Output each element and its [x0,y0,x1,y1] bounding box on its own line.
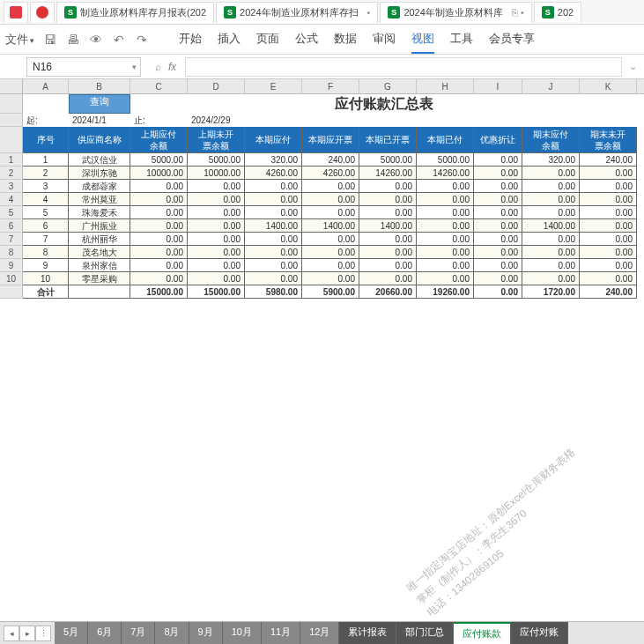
cell[interactable]: 0.00 [359,233,417,246]
cell[interactable]: 3 [23,180,69,193]
cell[interactable]: 6 [23,219,69,233]
cell[interactable]: 14260.00 [359,167,417,180]
ribbon-tab-4[interactable]: 数据 [334,31,357,48]
cell[interactable]: 珠海爱禾 [69,206,130,219]
table-header[interactable]: 上期未开票余额 [188,127,245,153]
cell[interactable] [23,94,69,114]
cell[interactable]: 0.00 [522,233,580,246]
expand-icon[interactable]: ⌄ [622,61,644,72]
row-header[interactable]: 10 [0,272,23,285]
cell[interactable]: 0.00 [474,206,522,219]
cell[interactable]: 0.00 [302,259,359,272]
cell[interactable]: 1400.00 [245,219,302,233]
zoom-icon[interactable]: ⌕ [155,61,161,73]
cell[interactable]: 0.00 [417,206,474,219]
cell[interactable]: 0.00 [417,180,474,193]
cell[interactable]: 0.00 [130,272,188,285]
cell[interactable] [522,114,580,127]
cell[interactable]: 0.00 [188,219,245,233]
ribbon-tab-8[interactable]: 会员专享 [489,31,535,48]
cell[interactable]: 15000.00 [188,285,245,299]
cell[interactable] [245,114,302,127]
cell[interactable]: 0.00 [188,233,245,246]
col-header-C[interactable]: C [130,79,188,93]
cell[interactable]: 0.00 [474,285,522,299]
document-tab-2[interactable]: S2024年制造业原材料库⎘ • [380,2,531,23]
cell[interactable]: 0.00 [417,246,474,259]
sheet-tab-10[interactable]: 应付账款 [454,622,511,644]
cell[interactable]: 0.00 [302,193,359,206]
ribbon-tab-0[interactable]: 开始 [179,31,202,48]
sheet-tab-6[interactable]: 11月 [262,622,300,644]
cell[interactable]: 茂名地大 [69,246,130,259]
undo-icon[interactable]: ↶ [112,33,126,47]
cell[interactable]: 1720.00 [522,285,580,299]
cell[interactable] [359,114,417,127]
cell[interactable]: 0.00 [474,180,522,193]
cell[interactable]: 0.00 [522,206,580,219]
cell[interactable]: 0.00 [302,246,359,259]
table-header[interactable]: 本期已付 [417,127,474,153]
cell[interactable]: 0.00 [359,206,417,219]
table-header[interactable]: 上期应付余额 [130,127,188,153]
document-tab-0[interactable]: S制造业原材料库存月报表(202 [56,2,214,23]
cell[interactable]: 0.00 [130,193,188,206]
cell[interactable] [69,285,130,299]
cell[interactable]: 320.00 [245,153,302,167]
table-header[interactable]: 供应商名称 [69,127,130,153]
ribbon-tab-7[interactable]: 工具 [450,31,473,48]
row-header[interactable]: 2 [0,167,23,180]
row-header[interactable]: 3 [0,180,23,193]
cell[interactable]: 14260.00 [417,167,474,180]
chevron-down-icon[interactable]: ▾ [132,63,137,71]
cell[interactable]: 0.00 [474,259,522,272]
save-icon[interactable]: 🖫 [43,33,57,47]
cell[interactable]: 0.00 [245,246,302,259]
sheet-tab-8[interactable]: 累计报表 [339,622,396,644]
cell[interactable]: 成都蓉家 [69,180,130,193]
cell[interactable]: 10000.00 [188,167,245,180]
cell[interactable]: 0.00 [417,219,474,233]
cell[interactable]: 0.00 [130,180,188,193]
cell[interactable]: 0.00 [302,206,359,219]
sheet-tab-9[interactable]: 部门汇总 [396,622,454,644]
cell[interactable]: 0.00 [130,233,188,246]
cell[interactable]: 0.00 [522,193,580,206]
cell[interactable]: 1400.00 [359,219,417,233]
cell[interactable]: 0.00 [474,167,522,180]
cell[interactable]: 0.00 [130,219,188,233]
col-header-B[interactable]: B [69,79,130,93]
document-tab-1[interactable]: S2024年制造业原材料库存扫• [216,2,378,23]
cell[interactable]: 0.00 [474,233,522,246]
cell[interactable]: 0.00 [580,206,637,219]
col-header-H[interactable]: H [417,79,474,93]
document-tab-3[interactable]: S202 [534,2,581,22]
cell[interactable]: 5000.00 [188,153,245,167]
row-header[interactable]: 1 [0,153,23,167]
row-header[interactable] [0,285,23,299]
cell[interactable]: 0.00 [188,206,245,219]
col-header-F[interactable]: F [302,79,359,93]
sheet-tab-2[interactable]: 7月 [122,622,155,644]
sheet-tab-11[interactable]: 应付对账 [511,622,568,644]
ribbon-tab-1[interactable]: 插入 [218,31,241,48]
cell[interactable]: 0.00 [130,259,188,272]
cell[interactable]: 5000.00 [130,153,188,167]
cell[interactable]: 0.00 [302,180,359,193]
cell[interactable]: 10000.00 [130,167,188,180]
cell[interactable]: 0.00 [522,180,580,193]
col-header-J[interactable]: J [522,79,580,93]
cell[interactable]: 0.00 [474,153,522,167]
cell[interactable]: 0.00 [302,272,359,285]
cell[interactable]: 0.00 [580,233,637,246]
cell[interactable]: 止: [130,114,188,127]
table-header[interactable]: 本期已开票 [359,127,417,153]
formula-input[interactable] [185,57,622,77]
cell[interactable]: 19260.00 [417,285,474,299]
row-header[interactable]: 4 [0,193,23,206]
sheet-tab-5[interactable]: 10月 [223,622,262,644]
preview-icon[interactable]: 👁 [89,33,103,47]
cell[interactable]: 0.00 [580,167,637,180]
cell[interactable]: 240.00 [580,285,637,299]
cell[interactable]: 深圳东驰 [69,167,130,180]
